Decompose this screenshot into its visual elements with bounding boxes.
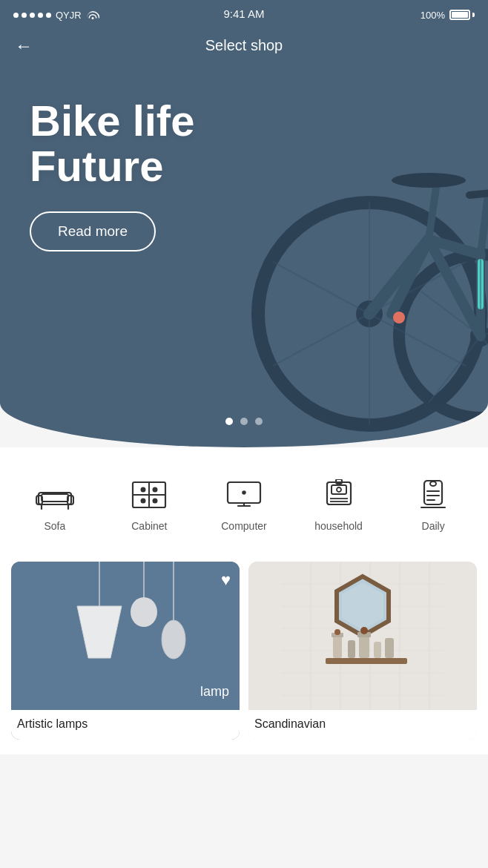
dot3 — [30, 13, 35, 18]
svg-rect-79 — [348, 640, 355, 658]
svg-rect-50 — [424, 481, 442, 504]
header: ← Select shop — [0, 30, 488, 69]
battery-icon — [449, 10, 475, 20]
category-cabinet[interactable]: Cabinet — [116, 477, 182, 532]
hero-banner: Bike life Future Read more — [0, 69, 488, 447]
hero-title: Bike life Future — [30, 99, 194, 189]
svg-point-42 — [243, 491, 245, 494]
battery-percent: 100% — [421, 10, 445, 21]
computer-icon — [222, 477, 266, 513]
status-bar: QYJR 9:41 AM 100% — [0, 0, 488, 30]
svg-point-20 — [393, 312, 405, 323]
carrier-name: QYJR — [56, 10, 82, 21]
wifi-icon — [86, 9, 99, 22]
svg-line-19 — [273, 262, 369, 314]
svg-point-35 — [142, 488, 145, 492]
svg-point-10 — [392, 173, 466, 188]
lamp-name: Artistic lamps — [11, 710, 240, 740]
svg-rect-44 — [332, 485, 346, 494]
dot4 — [38, 13, 43, 18]
daily-label: Daily — [422, 520, 445, 532]
categories-bar: Sofa Cabinet Computer — [0, 447, 488, 547]
page-title: Select shop — [205, 37, 283, 54]
svg-rect-27 — [42, 494, 68, 502]
bike-illustration — [214, 69, 488, 447]
lamp-image: ♥ lamp — [11, 562, 240, 710]
svg-point-51 — [430, 481, 436, 486]
svg-line-18 — [273, 314, 369, 366]
svg-rect-83 — [385, 638, 394, 658]
dot-1[interactable] — [225, 418, 233, 425]
cabinet-label: Cabinet — [131, 520, 167, 532]
svg-point-85 — [360, 627, 368, 634]
svg-point-38 — [154, 499, 157, 503]
scandi-image — [248, 562, 477, 710]
svg-marker-57 — [77, 606, 122, 658]
svg-line-12 — [469, 191, 488, 195]
cabinet-icon — [127, 477, 171, 513]
products-grid: ♥ lamp Artistic lamps — [0, 547, 488, 754]
status-right: 100% — [421, 10, 475, 21]
status-time: 9:41 AM — [223, 7, 264, 20]
back-button[interactable]: ← — [15, 36, 33, 56]
hero-content: Bike life Future Read more — [30, 99, 194, 251]
status-left: QYJR — [13, 9, 99, 22]
svg-point-84 — [334, 629, 340, 635]
svg-rect-80 — [359, 636, 369, 658]
svg-point-45 — [337, 487, 341, 492]
computer-label: Computer — [221, 520, 266, 532]
svg-line-16 — [369, 314, 466, 366]
category-computer[interactable]: Computer — [211, 477, 277, 532]
household-label: household — [314, 520, 363, 532]
scandi-name: Scandinavian — [248, 710, 477, 740]
svg-line-11 — [481, 195, 488, 254]
svg-point-36 — [154, 488, 157, 492]
svg-point-59 — [131, 597, 157, 627]
category-sofa[interactable]: Sofa — [22, 477, 88, 532]
svg-rect-77 — [333, 636, 342, 658]
household-icon — [317, 477, 361, 513]
dot5 — [46, 13, 51, 18]
favorite-icon[interactable]: ♥ — [221, 571, 231, 590]
dot-3[interactable] — [255, 418, 263, 425]
svg-rect-76 — [326, 658, 407, 664]
dot-2[interactable] — [240, 418, 248, 425]
dot1 — [13, 13, 19, 18]
daily-icon — [411, 477, 455, 513]
svg-rect-82 — [374, 642, 381, 658]
read-more-button[interactable]: Read more — [30, 211, 156, 251]
sofa-icon — [33, 477, 77, 513]
signal-dots — [13, 13, 51, 18]
svg-point-37 — [142, 499, 145, 503]
svg-point-61 — [162, 620, 185, 659]
category-daily[interactable]: Daily — [400, 477, 466, 532]
carousel-dots — [225, 418, 263, 425]
product-card-lamp[interactable]: ♥ lamp Artistic lamps — [11, 562, 240, 740]
lamp-tag: lamp — [200, 684, 229, 700]
category-household[interactable]: household — [306, 477, 372, 532]
dot2 — [22, 13, 27, 18]
product-card-scandi[interactable]: Scandinavian — [248, 562, 477, 740]
sofa-label: Sofa — [44, 520, 65, 532]
